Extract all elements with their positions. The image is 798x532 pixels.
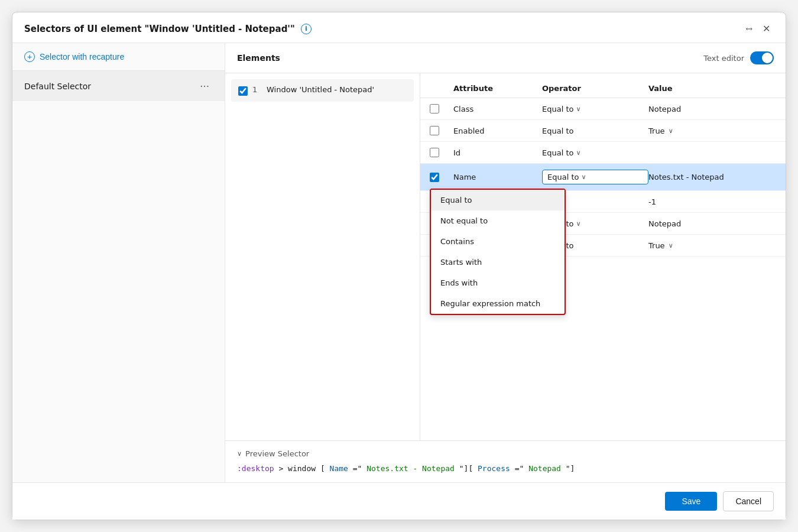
dialog-title: Selectors of UI element "Window 'Untitle… — [24, 24, 295, 34]
preview-section: ∨ Preview Selector :desktop > window [ N… — [225, 440, 786, 483]
save-button[interactable]: Save — [665, 492, 717, 511]
operator-select-name[interactable]: Equal to ∨ — [542, 170, 648, 184]
chevron-down-icon: ∨ — [669, 242, 673, 249]
operator-select-class[interactable]: Equal to ∨ — [542, 105, 648, 113]
text-editor-toggle[interactable] — [750, 51, 774, 64]
header-attribute: Attribute — [453, 84, 542, 93]
expand-icon[interactable]: ⤢ — [744, 23, 755, 35]
code-attr-name-2: Process — [478, 464, 510, 473]
attributes-table-header: Attribute Operator Value — [420, 79, 786, 98]
content-area: 1 Window 'Untitled - Notepad' Attribute … — [225, 73, 786, 440]
attr-checkbox-id[interactable] — [430, 148, 439, 157]
code-punct: [ — [320, 464, 325, 473]
attr-value-name: Notes.txt - Notepad — [648, 173, 776, 181]
preview-header[interactable]: ∨ Preview Selector — [237, 449, 774, 458]
code-punct: =" — [353, 464, 362, 473]
attr-checkbox-class[interactable] — [430, 104, 439, 113]
text-editor-label: Text editor — [703, 54, 744, 63]
dropdown-item-equal-to[interactable]: Equal to — [431, 190, 565, 210]
dialog-footer: Save Cancel — [12, 482, 786, 520]
attr-name-enabled: Enabled — [453, 126, 542, 135]
code-keyword: :desktop — [237, 464, 274, 473]
code-attr-value-2: Notepad — [528, 464, 561, 473]
attr-name-name: Name — [453, 173, 542, 181]
dropdown-item-not-equal-to[interactable]: Not equal to — [431, 210, 565, 231]
operator-select-enabled[interactable]: Equal to — [542, 126, 648, 135]
table-row: Id Equal to ∨ — [420, 142, 786, 164]
dialog-header: Selectors of UI element "Window 'Untitle… — [12, 12, 786, 43]
list-item[interactable]: 1 Window 'Untitled - Notepad' — [231, 79, 414, 102]
table-row: Enabled Equal to True ∨ — [420, 120, 786, 142]
element-number: 1 — [252, 85, 262, 94]
code-punct: =" — [515, 464, 524, 473]
attr-value-enabled: True — [648, 126, 665, 135]
toggle-knob — [762, 53, 773, 63]
code-punct: > — [278, 464, 288, 473]
element-checkbox[interactable] — [238, 86, 248, 96]
header-controls: ⤢ ✕ — [746, 22, 774, 35]
preview-code: :desktop > window [ Name =" Notes.txt - … — [237, 463, 774, 475]
table-row: Name Equal to ∨ Notes.txt - Notepad — [420, 164, 786, 191]
chevron-down-icon: ∨ — [576, 105, 580, 113]
attr-checkbox-enabled[interactable] — [430, 126, 439, 135]
code-element: window — [288, 464, 316, 473]
dropdown-item-contains[interactable]: Contains — [431, 231, 565, 252]
operator-select-id[interactable]: Equal to ∨ — [542, 148, 648, 157]
code-punct: "] — [566, 464, 575, 473]
table-row: Class Equal to ∨ Notepad — [420, 98, 786, 120]
header-operator: Operator — [542, 84, 648, 93]
selectors-dialog: Selectors of UI element "Window 'Untitle… — [12, 12, 786, 520]
elements-title: Elements — [237, 53, 280, 63]
chevron-down-icon: ∨ — [581, 173, 586, 181]
attr-value-class: Notepad — [648, 105, 776, 113]
header-check — [430, 84, 453, 93]
chevron-down-icon: ∨ — [576, 149, 580, 157]
selector-item[interactable]: Default Selector ⋯ — [12, 71, 225, 101]
dropdown-item-regex[interactable]: Regular expression match — [431, 293, 565, 314]
code-attr-name: Name — [330, 464, 348, 473]
attr-value-process: Notepad — [648, 219, 776, 228]
dialog-body: + Selector with recapture Default Select… — [12, 43, 786, 482]
element-name: Window 'Untitled - Notepad' — [267, 85, 374, 94]
dropdown-item-starts-with[interactable]: Starts with — [431, 252, 565, 273]
add-icon: + — [24, 51, 35, 62]
title-row: Selectors of UI element "Window 'Untitle… — [24, 24, 312, 34]
chevron-down-icon: ∨ — [669, 127, 673, 135]
selector-item-label: Default Selector — [24, 82, 91, 91]
add-selector-label: Selector with recapture — [40, 52, 124, 61]
attr-value-processid: -1 — [648, 197, 776, 206]
preview-chevron-icon: ∨ — [237, 450, 242, 458]
right-panel: Elements Text editor 1 Window 'Untitled … — [225, 43, 786, 482]
operator-dropdown-menu: Equal to Not equal to Contains Starts wi… — [430, 189, 566, 315]
header-value: Value — [648, 84, 776, 93]
selector-options-icon[interactable]: ⋯ — [196, 79, 213, 93]
info-icon[interactable]: i — [301, 24, 312, 34]
text-editor-row: Text editor — [703, 51, 774, 64]
elements-header: Elements Text editor — [225, 43, 786, 73]
code-punct: "][ — [459, 464, 473, 473]
dropdown-item-ends-with[interactable]: Ends with — [431, 273, 565, 293]
cancel-button[interactable]: Cancel — [723, 491, 774, 511]
add-selector-button[interactable]: + Selector with recapture — [12, 43, 225, 71]
preview-section-label: Preview Selector — [245, 449, 309, 458]
left-panel: + Selector with recapture Default Select… — [12, 43, 225, 482]
attr-value-istoplevel: True — [648, 241, 665, 250]
close-button[interactable]: ✕ — [759, 22, 774, 35]
attributes-area: Attribute Operator Value Class Equal to … — [420, 73, 786, 440]
code-attr-value: Notes.txt - Notepad — [366, 464, 455, 473]
chevron-down-icon: ∨ — [576, 220, 580, 228]
attr-name-class: Class — [453, 105, 542, 113]
attr-name-id: Id — [453, 148, 542, 157]
elements-list: 1 Window 'Untitled - Notepad' — [225, 73, 420, 440]
attr-checkbox-name[interactable] — [430, 173, 439, 182]
